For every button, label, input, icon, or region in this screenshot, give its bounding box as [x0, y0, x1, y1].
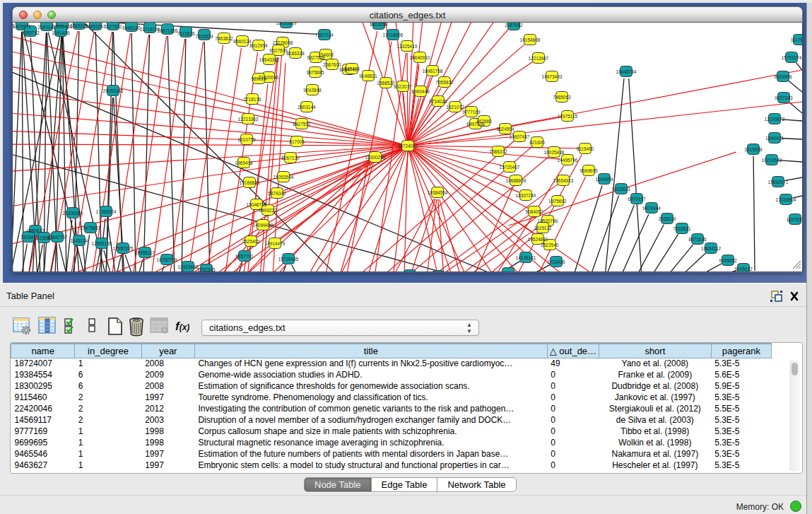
- svg-text:16033809: 16033809: [276, 23, 297, 25]
- svg-text:1527602: 1527602: [104, 24, 122, 29]
- svg-text:2087682: 2087682: [505, 23, 523, 28]
- svg-text:12923448: 12923448: [178, 264, 199, 269]
- svg-text:1167533: 1167533: [787, 217, 803, 222]
- svg-text:1244415: 1244415: [765, 136, 784, 141]
- svg-text:10654112: 10654112: [701, 246, 722, 251]
- svg-text:16648784: 16648784: [616, 69, 637, 74]
- svg-text:6379197: 6379197: [628, 197, 646, 201]
- svg-text:19654923: 19654923: [553, 178, 574, 183]
- svg-text:14495796: 14495796: [558, 158, 578, 163]
- svg-text:13325419: 13325419: [397, 44, 418, 49]
- svg-text:7357224: 7357224: [315, 33, 334, 37]
- svg-text:1615132: 1615132: [534, 226, 552, 230]
- svg-text:9245012: 9245012: [734, 267, 753, 271]
- svg-text:8267130: 8267130: [281, 156, 300, 160]
- svg-text:20206526: 20206526: [63, 211, 83, 216]
- svg-text:2718176: 2718176: [243, 97, 261, 102]
- svg-text:12213363: 12213363: [238, 117, 259, 122]
- svg-text:391547: 391547: [20, 235, 36, 240]
- svg-text:1640954: 1640954: [595, 177, 613, 182]
- svg-text:9084067: 9084067: [525, 209, 543, 214]
- svg-text:23226058: 23226058: [273, 40, 293, 45]
- svg-text:9329906: 9329906: [774, 74, 792, 79]
- svg-text:1691406: 1691406: [52, 30, 70, 35]
- svg-text:18724007: 18724007: [398, 144, 418, 148]
- svg-text:8427552: 8427552: [293, 122, 311, 127]
- svg-text:1588520: 1588520: [377, 81, 395, 86]
- svg-text:16961758: 16961758: [423, 69, 443, 74]
- svg-text:17359924: 17359924: [96, 209, 117, 214]
- svg-text:12193872: 12193872: [765, 117, 785, 122]
- svg-text:9146821: 9146821: [359, 74, 377, 78]
- svg-text:10210643: 10210643: [762, 158, 782, 163]
- svg-text:19524861: 19524861: [528, 237, 548, 242]
- svg-text:15692971: 15692971: [768, 180, 789, 185]
- svg-text:10973493: 10973493: [542, 74, 563, 79]
- svg-text:2367600: 2367600: [323, 62, 341, 67]
- svg-text:1733426: 1733426: [547, 259, 565, 264]
- svg-text:154608: 154608: [318, 52, 334, 57]
- svg-text:1965498: 1965498: [235, 160, 253, 165]
- svg-text:9493222: 9493222: [259, 208, 277, 213]
- svg-text:621600: 621600: [529, 140, 545, 145]
- svg-text:7463822: 7463822: [215, 36, 233, 41]
- svg-text:817006: 817006: [289, 139, 305, 144]
- svg-text:9474444: 9474444: [642, 206, 661, 211]
- svg-text:2522540: 2522540: [541, 243, 559, 247]
- svg-text:1405571: 1405571: [13, 24, 31, 29]
- svg-text:10520746: 10520746: [538, 218, 558, 223]
- svg-text:15751074: 15751074: [782, 55, 802, 60]
- svg-text:12505135: 12505135: [92, 241, 112, 246]
- svg-text:9699695: 9699695: [579, 168, 598, 173]
- svg-text:15353594: 15353594: [273, 175, 294, 180]
- svg-text:7386372: 7386372: [489, 149, 507, 154]
- svg-text:5878342: 5878342: [268, 191, 286, 196]
- svg-text:9227343: 9227343: [775, 95, 793, 100]
- svg-text:10025438: 10025438: [544, 150, 565, 155]
- svg-text:9245652: 9245652: [719, 258, 737, 263]
- svg-text:16154808: 16154808: [520, 37, 541, 42]
- svg-text:1311542: 1311542: [500, 271, 517, 272]
- svg-text:15046796: 15046796: [247, 202, 267, 207]
- svg-text:9327509: 9327509: [269, 48, 288, 53]
- svg-text:16782759: 16782759: [157, 257, 177, 262]
- svg-text:8990448: 8990448: [411, 89, 430, 94]
- svg-text:18307249: 18307249: [516, 193, 536, 198]
- svg-text:9777169: 9777169: [462, 110, 481, 115]
- svg-text:14099489: 14099489: [253, 223, 273, 228]
- svg-text:7515526: 7515526: [177, 31, 195, 36]
- svg-text:19384554: 19384554: [428, 190, 448, 195]
- svg-text:7519524: 7519524: [195, 34, 213, 39]
- svg-text:2935114: 2935114: [659, 216, 676, 221]
- svg-text:4850612: 4850612: [26, 228, 45, 233]
- svg-text:9242848: 9242848: [303, 88, 322, 93]
- svg-text:17016504: 17016504: [776, 197, 796, 202]
- svg-text:8186328: 8186328: [286, 51, 305, 56]
- svg-text:8813054: 8813054: [370, 23, 388, 27]
- svg-text:989014: 989014: [251, 76, 266, 81]
- svg-text:18300295: 18300295: [365, 155, 386, 160]
- svg-text:10958117: 10958117: [135, 250, 155, 255]
- svg-text:1621072: 1621072: [446, 105, 464, 110]
- svg-text:5933923: 5933923: [612, 187, 630, 192]
- svg-text:15720407: 15720407: [500, 165, 520, 170]
- svg-text:12942757: 12942757: [47, 235, 68, 240]
- svg-text:9115460: 9115460: [577, 146, 594, 151]
- svg-text:1292345: 1292345: [197, 267, 216, 272]
- svg-text:7955812: 7955812: [435, 80, 454, 85]
- svg-text:462660: 462660: [476, 119, 492, 124]
- svg-text:1975692: 1975692: [548, 199, 567, 204]
- svg-text:29053346: 29053346: [103, 88, 124, 93]
- svg-text:2803144: 2803144: [298, 105, 316, 110]
- svg-text:10653267: 10653267: [86, 24, 106, 29]
- svg-text:1610755: 1610755: [237, 137, 256, 142]
- svg-text:1145134: 1145134: [71, 238, 88, 243]
- svg-text:12975115: 12975115: [558, 114, 578, 119]
- svg-text:9657791: 9657791: [235, 254, 254, 259]
- svg-text:8660124: 8660124: [233, 39, 252, 44]
- svg-text:16543382: 16543382: [259, 57, 280, 62]
- svg-text:14136141: 14136141: [516, 255, 536, 260]
- svg-text:19218906: 19218906: [383, 33, 404, 37]
- svg-text:7625402: 7625402: [242, 239, 260, 244]
- svg-text:6466160: 6466160: [122, 25, 141, 30]
